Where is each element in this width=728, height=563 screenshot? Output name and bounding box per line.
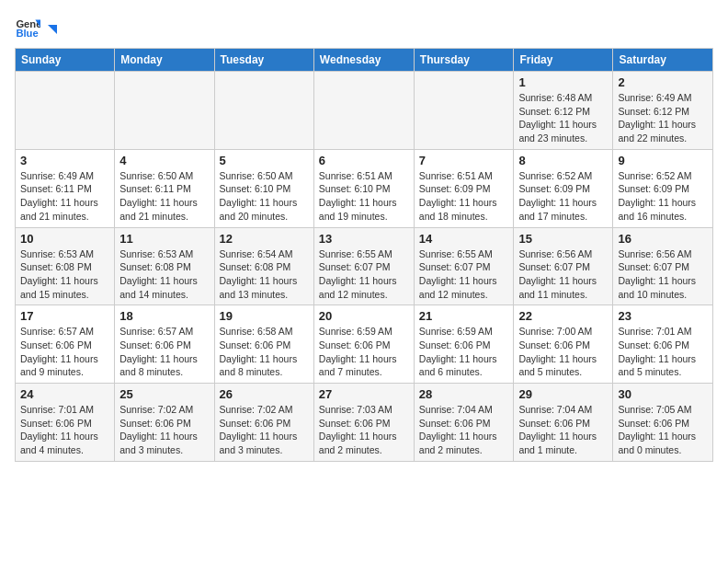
day-info: Sunrise: 6:49 AM Sunset: 6:12 PM Dayligh…: [618, 91, 708, 145]
calendar-week-row: 1Sunrise: 6:48 AM Sunset: 6:12 PM Daylig…: [16, 72, 713, 150]
day-number: 5: [220, 154, 309, 167]
day-number: 12: [220, 232, 309, 246]
calendar-cell: 1Sunrise: 6:48 AM Sunset: 6:12 PM Daylig…: [514, 72, 613, 150]
svg-marker-3: [48, 25, 57, 34]
day-number: 11: [119, 232, 209, 246]
day-info: Sunrise: 6:48 AM Sunset: 6:12 PM Dayligh…: [518, 91, 608, 145]
calendar-cell: 8Sunrise: 6:52 AM Sunset: 6:09 PM Daylig…: [514, 149, 613, 227]
day-info: Sunrise: 7:01 AM Sunset: 6:06 PM Dayligh…: [618, 325, 708, 379]
day-info: Sunrise: 7:05 AM Sunset: 6:06 PM Dayligh…: [618, 403, 708, 457]
calendar-cell: 20Sunrise: 6:59 AM Sunset: 6:06 PM Dayli…: [313, 305, 414, 384]
calendar-cell: 17Sunrise: 6:57 AM Sunset: 6:06 PM Dayli…: [16, 305, 115, 384]
calendar-cell: [313, 72, 414, 150]
day-info: Sunrise: 6:55 AM Sunset: 6:07 PM Dayligh…: [319, 247, 409, 302]
day-number: 29: [518, 387, 608, 401]
day-header-thursday: Thursday: [414, 49, 514, 72]
day-info: Sunrise: 6:55 AM Sunset: 6:07 PM Dayligh…: [419, 247, 509, 302]
day-info: Sunrise: 6:50 AM Sunset: 6:11 PM Dayligh…: [119, 169, 209, 224]
calendar-cell: 9Sunrise: 6:52 AM Sunset: 6:09 PM Daylig…: [613, 149, 713, 227]
day-number: 19: [220, 309, 309, 323]
day-info: Sunrise: 6:56 AM Sunset: 6:07 PM Dayligh…: [618, 247, 708, 302]
day-number: 1: [518, 75, 608, 89]
day-info: Sunrise: 7:04 AM Sunset: 6:06 PM Dayligh…: [419, 403, 509, 457]
day-header-sunday: Sunday: [16, 49, 115, 72]
calendar-cell: 15Sunrise: 6:56 AM Sunset: 6:07 PM Dayli…: [514, 227, 613, 305]
day-info: Sunrise: 6:52 AM Sunset: 6:09 PM Dayligh…: [618, 169, 708, 224]
calendar-cell: 18Sunrise: 6:57 AM Sunset: 6:06 PM Dayli…: [115, 305, 214, 384]
day-number: 8: [518, 154, 608, 167]
svg-text:Blue: Blue: [16, 28, 38, 39]
day-info: Sunrise: 7:00 AM Sunset: 6:06 PM Dayligh…: [518, 325, 608, 379]
day-info: Sunrise: 6:58 AM Sunset: 6:06 PM Dayligh…: [220, 325, 309, 379]
day-info: Sunrise: 7:03 AM Sunset: 6:06 PM Dayligh…: [319, 403, 409, 457]
day-number: 3: [20, 154, 109, 167]
calendar-cell: [115, 72, 214, 150]
calendar-cell: 24Sunrise: 7:01 AM Sunset: 6:06 PM Dayli…: [16, 384, 115, 462]
calendar-cell: 3Sunrise: 6:49 AM Sunset: 6:11 PM Daylig…: [16, 149, 115, 227]
calendar-week-row: 17Sunrise: 6:57 AM Sunset: 6:06 PM Dayli…: [16, 305, 713, 384]
calendar-cell: 22Sunrise: 7:00 AM Sunset: 6:06 PM Dayli…: [514, 305, 613, 384]
day-info: Sunrise: 6:53 AM Sunset: 6:08 PM Dayligh…: [119, 247, 209, 302]
day-header-saturday: Saturday: [613, 49, 713, 72]
day-info: Sunrise: 7:04 AM Sunset: 6:06 PM Dayligh…: [518, 403, 608, 457]
calendar-cell: 30Sunrise: 7:05 AM Sunset: 6:06 PM Dayli…: [613, 384, 713, 462]
day-info: Sunrise: 6:51 AM Sunset: 6:09 PM Dayligh…: [419, 169, 509, 224]
header: General Blue: [15, 15, 713, 40]
calendar-week-row: 3Sunrise: 6:49 AM Sunset: 6:11 PM Daylig…: [16, 149, 713, 227]
calendar-cell: 14Sunrise: 6:55 AM Sunset: 6:07 PM Dayli…: [414, 227, 514, 305]
day-info: Sunrise: 7:02 AM Sunset: 6:06 PM Dayligh…: [220, 403, 309, 457]
calendar-cell: 10Sunrise: 6:53 AM Sunset: 6:08 PM Dayli…: [16, 227, 115, 305]
calendar-cell: 12Sunrise: 6:54 AM Sunset: 6:08 PM Dayli…: [214, 227, 313, 305]
day-number: 9: [618, 154, 708, 167]
day-number: 10: [20, 232, 109, 246]
day-info: Sunrise: 6:49 AM Sunset: 6:11 PM Dayligh…: [20, 169, 109, 224]
day-info: Sunrise: 7:01 AM Sunset: 6:06 PM Dayligh…: [20, 403, 109, 457]
day-header-tuesday: Tuesday: [214, 49, 313, 72]
calendar-cell: 28Sunrise: 7:04 AM Sunset: 6:06 PM Dayli…: [414, 384, 514, 462]
calendar-cell: 4Sunrise: 6:50 AM Sunset: 6:11 PM Daylig…: [115, 149, 214, 227]
calendar-cell: [214, 72, 313, 150]
day-number: 28: [419, 387, 509, 401]
day-number: 16: [618, 232, 708, 246]
day-number: 14: [419, 232, 509, 246]
calendar-week-row: 24Sunrise: 7:01 AM Sunset: 6:06 PM Dayli…: [16, 384, 713, 462]
calendar-cell: 21Sunrise: 6:59 AM Sunset: 6:06 PM Dayli…: [414, 305, 514, 384]
calendar-cell: 7Sunrise: 6:51 AM Sunset: 6:09 PM Daylig…: [414, 149, 514, 227]
day-number: 30: [618, 387, 708, 401]
day-info: Sunrise: 6:56 AM Sunset: 6:07 PM Dayligh…: [518, 247, 608, 302]
day-info: Sunrise: 6:52 AM Sunset: 6:09 PM Dayligh…: [518, 169, 608, 224]
calendar-cell: [414, 72, 514, 150]
calendar-cell: 26Sunrise: 7:02 AM Sunset: 6:06 PM Dayli…: [214, 384, 313, 462]
day-info: Sunrise: 6:57 AM Sunset: 6:06 PM Dayligh…: [20, 325, 109, 379]
day-number: 22: [518, 309, 608, 323]
calendar-cell: 25Sunrise: 7:02 AM Sunset: 6:06 PM Dayli…: [115, 384, 214, 462]
day-number: 13: [319, 232, 409, 246]
calendar-cell: [16, 72, 115, 150]
logo: General Blue: [15, 15, 61, 40]
calendar-cell: 27Sunrise: 7:03 AM Sunset: 6:06 PM Dayli…: [313, 384, 414, 462]
calendar-cell: 29Sunrise: 7:04 AM Sunset: 6:06 PM Dayli…: [514, 384, 613, 462]
calendar-week-row: 10Sunrise: 6:53 AM Sunset: 6:08 PM Dayli…: [16, 227, 713, 305]
day-number: 27: [319, 387, 409, 401]
day-number: 15: [518, 232, 608, 246]
day-number: 17: [20, 309, 109, 323]
logo-arrow-icon: [44, 21, 61, 38]
calendar-cell: 13Sunrise: 6:55 AM Sunset: 6:07 PM Dayli…: [313, 227, 414, 305]
day-info: Sunrise: 6:51 AM Sunset: 6:10 PM Dayligh…: [319, 169, 409, 224]
calendar-cell: 6Sunrise: 6:51 AM Sunset: 6:10 PM Daylig…: [313, 149, 414, 227]
calendar-table: SundayMondayTuesdayWednesdayThursdayFrid…: [15, 48, 713, 462]
day-header-monday: Monday: [115, 49, 214, 72]
calendar-cell: 5Sunrise: 6:50 AM Sunset: 6:10 PM Daylig…: [214, 149, 313, 227]
day-number: 2: [618, 75, 708, 89]
day-number: 23: [618, 309, 708, 323]
day-info: Sunrise: 6:59 AM Sunset: 6:06 PM Dayligh…: [419, 325, 509, 379]
day-header-wednesday: Wednesday: [313, 49, 414, 72]
day-info: Sunrise: 6:59 AM Sunset: 6:06 PM Dayligh…: [319, 325, 409, 379]
calendar-cell: 11Sunrise: 6:53 AM Sunset: 6:08 PM Dayli…: [115, 227, 214, 305]
day-header-friday: Friday: [514, 49, 613, 72]
day-number: 24: [20, 387, 109, 401]
day-number: 7: [419, 154, 509, 167]
day-number: 25: [119, 387, 209, 401]
day-number: 18: [119, 309, 209, 323]
day-info: Sunrise: 6:50 AM Sunset: 6:10 PM Dayligh…: [220, 169, 309, 224]
